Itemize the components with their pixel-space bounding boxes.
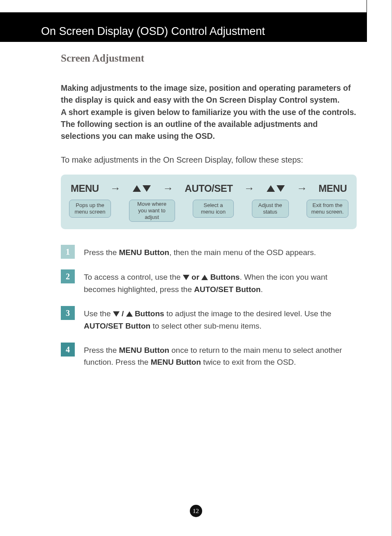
text-bold: AUTO/SET Button — [194, 285, 261, 294]
text-bold: / — [120, 309, 126, 318]
lead-text: To make adjustments in the On Screen Dis… — [61, 155, 357, 165]
step-text: Press the MENU Button once to return to … — [84, 343, 357, 368]
step-4: 4 Press the MENU Button once to return t… — [61, 343, 357, 368]
text-bold: MENU Button — [151, 358, 201, 366]
page-number: 12 — [190, 505, 202, 517]
content: Screen Adjustment Making adjustments to … — [61, 53, 357, 379]
text: , then the main menu of the OSD appears. — [169, 248, 316, 257]
intro-paragraph: Making adjustments to the image size, po… — [61, 82, 357, 142]
header-title: On Screen Display (OSD) Control Adjustme… — [41, 25, 265, 38]
arrow-icon: → — [163, 182, 173, 195]
flow-desc-5: Exit from the menu screen. — [307, 200, 348, 218]
down-triangle-icon — [183, 275, 189, 280]
flow-autoset-label: AUTO/SET — [185, 183, 233, 194]
text-bold: or — [189, 273, 202, 281]
step-text: Use the / Buttons to adjust the image to… — [84, 306, 357, 332]
flow-menu2-label: MENU — [318, 183, 347, 194]
flow-desc-1: Pops up the menu screen — [69, 200, 111, 218]
text-bold: MENU Button — [119, 248, 169, 257]
steps-list: 1 Press the MENU Button, then the main m… — [61, 245, 357, 368]
up-down-icon — [132, 185, 152, 192]
flow-row: MENU → → AUTO/SET → → MENU — [69, 182, 348, 195]
flow-menu-label: MENU — [71, 183, 99, 194]
header-bar: On Screen Display (OSD) Control Adjustme… — [0, 12, 367, 42]
step-text: Press the MENU Button, then the main men… — [84, 245, 357, 258]
step-number: 3 — [61, 306, 75, 320]
manual-page: On Screen Display (OSD) Control Adjustme… — [0, 0, 392, 536]
flow-desc-4: Adjust the status — [252, 200, 289, 218]
text-bold: Buttons — [133, 309, 164, 318]
section-title: Screen Adjustment — [61, 53, 357, 64]
up-triangle-icon — [201, 275, 208, 280]
flow-desc-3: Select a menu icon — [193, 200, 234, 218]
step-3: 3 Use the / Buttons to adjust the image … — [61, 306, 357, 332]
step-number: 4 — [61, 343, 75, 357]
top-divider — [367, 0, 367, 12]
up-triangle-icon — [126, 311, 133, 317]
arrow-icon: → — [297, 182, 307, 195]
text: To access a control, use the — [84, 273, 183, 281]
down-triangle-icon — [113, 311, 120, 317]
step-2: 2 To access a control, use the or Button… — [61, 269, 357, 295]
step-number: 1 — [61, 245, 75, 259]
text: Press the — [84, 346, 119, 354]
up-down-icon — [266, 185, 286, 192]
text-bold: Buttons — [208, 273, 240, 281]
flow-desc-2: Move where you want to adjust — [129, 200, 175, 222]
step-number: 2 — [61, 269, 75, 283]
text-bold: MENU Button — [119, 346, 169, 354]
text: . — [261, 285, 263, 294]
text: Press the — [84, 248, 119, 257]
flow-desc-row: Pops up the menu screen Move where you w… — [69, 200, 348, 222]
arrow-icon: → — [110, 182, 121, 195]
arrow-icon: → — [244, 182, 255, 195]
step-text: To access a control, use the or Buttons.… — [84, 269, 357, 295]
text: twice to exit from the OSD. — [201, 358, 296, 366]
text: to select other sub-menu items. — [150, 322, 261, 330]
flow-panel: MENU → → AUTO/SET → → MENU Pops up the m… — [61, 175, 357, 229]
text: to adjust the image to the desired level… — [164, 309, 332, 318]
text-bold: AUTO/SET Button — [84, 322, 150, 330]
step-1: 1 Press the MENU Button, then the main m… — [61, 245, 357, 259]
text: Use the — [84, 309, 113, 318]
